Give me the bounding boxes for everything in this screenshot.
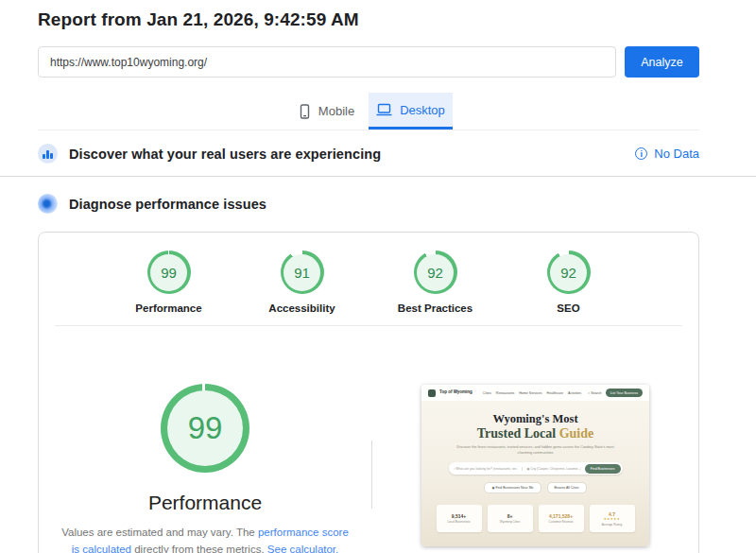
tab-desktop-label: Desktop	[400, 103, 445, 117]
score-best-practices[interactable]: 92 Best Practices	[392, 251, 479, 314]
screenshot-column: Top of Wyoming Cities Restaurants Home S…	[372, 326, 698, 553]
lab-data-section-header: Diagnose performance issues	[38, 177, 699, 219]
performance-section-title: Performance	[148, 492, 262, 514]
preview-subhead: Discover the finest restaurants, trusted…	[456, 445, 615, 456]
lab-data-gauge-icon	[38, 194, 58, 214]
preview-find-button: Find Businesses	[585, 464, 621, 474]
preview-quick-actions: ◉ Find Businesses Near Me Browse All Cit…	[421, 482, 649, 493]
preview-headline-1: Wyoming's Most	[421, 413, 649, 426]
preview-stats-row: 9,514+ Local Businesses 8+ Wyoming Citie…	[421, 505, 649, 532]
stat-stars: ★★★★★	[604, 518, 621, 521]
preview-nav-item: Home Services	[519, 391, 541, 395]
mobile-phone-icon	[299, 104, 311, 119]
tab-mobile[interactable]: Mobile	[284, 93, 369, 130]
desktop-laptop-icon	[376, 103, 392, 116]
lighthouse-report-card: 99 Performance 91 Accessibility 92 Best …	[38, 232, 699, 553]
preview-stat-card: 4.7 ★★★★★ Average Rating	[590, 505, 635, 532]
seo-score: 92	[560, 265, 576, 281]
preview-header: Top of Wyoming Cities Restaurants Home S…	[421, 385, 649, 401]
score-disclaimer: Values are estimated and may vary. The p…	[60, 525, 350, 553]
stat-value: 9,514+	[452, 513, 466, 519]
preview-nav-item: Restaurants	[496, 391, 514, 395]
score-performance[interactable]: 99 Performance	[126, 251, 213, 314]
category-scores-row: 99 Performance 91 Accessibility 92 Best …	[39, 233, 698, 325]
best-practices-score: 92	[427, 265, 443, 281]
url-input[interactable]	[38, 46, 616, 78]
preview-headline-2b: Guide	[559, 426, 594, 441]
preview-nav: Cities Restaurants Home Services Healthc…	[483, 391, 581, 395]
accessibility-score: 91	[294, 265, 310, 281]
lab-data-title: Diagnose performance issues	[69, 197, 266, 212]
stat-label: Local Businesses	[447, 520, 470, 524]
performance-gauge: 99	[147, 251, 191, 294]
tab-desktop[interactable]: Desktop	[369, 93, 453, 130]
preview-stat-card: 8+ Wyoming Cities	[488, 505, 533, 532]
preview-searchbar: ⌕ What are you looking for? (restaurants…	[449, 462, 623, 475]
seo-label: SEO	[557, 302, 579, 314]
performance-summary-column: 99 Performance Values are estimated and …	[39, 326, 371, 553]
performance-big-gauge: 99	[161, 384, 249, 473]
preview-logo	[428, 389, 436, 397]
stat-label: Average Rating	[602, 523, 622, 527]
performance-detail-section: 99 Performance Values are estimated and …	[39, 326, 698, 553]
preview-stat-card: 9,514+ Local Businesses	[437, 505, 482, 532]
field-data-chart-icon	[38, 144, 58, 164]
preview-near-me-button: ◉ Find Businesses Near Me	[484, 482, 541, 493]
disclaimer-text-1: Values are estimated and may vary. The	[61, 527, 258, 538]
no-data-badge[interactable]: i No Data	[635, 147, 699, 161]
stat-label: Wyoming Cities	[500, 520, 520, 524]
stat-value: 4.7	[609, 511, 615, 517]
preview-hero: Wyoming's Most Trusted Local Guide Disco…	[421, 413, 649, 456]
stat-label: Customer Reviews	[549, 520, 574, 524]
tab-mobile-label: Mobile	[318, 104, 354, 118]
url-bar: Analyze	[38, 46, 699, 78]
seo-gauge: 92	[547, 251, 591, 294]
stat-value: 4,171,528+	[549, 513, 573, 519]
device-tabs: Mobile Desktop	[38, 93, 699, 130]
preview-search-input-2: ◉ City (Casper, Cheyenne, Laramie...)	[522, 467, 580, 471]
preview-search: ⌕ Search	[588, 391, 601, 395]
page-title: Report from Jan 21, 2026, 9:42:59 AM	[38, 0, 699, 30]
preview-nav-item: Activities	[568, 391, 581, 395]
preview-headline-2a: Trusted Local	[477, 426, 559, 441]
analyze-button[interactable]: Analyze	[625, 46, 699, 78]
preview-browse-cities-button: Browse All Cities	[547, 482, 587, 493]
see-calculator-link[interactable]: See calculator.	[267, 544, 338, 553]
stat-value: 8+	[507, 513, 513, 519]
field-data-title: Discover what your real users are experi…	[69, 147, 381, 162]
preview-stat-card: 4,171,528+ Customer Reviews	[539, 505, 584, 532]
best-practices-gauge: 92	[414, 251, 457, 294]
preview-search-input-1: ⌕ What are you looking for? (restaurants…	[454, 467, 519, 471]
info-icon: i	[635, 147, 647, 160]
score-accessibility[interactable]: 91 Accessibility	[259, 251, 346, 314]
performance-score: 99	[161, 265, 177, 281]
field-data-section-header: Discover what your real users are experi…	[38, 130, 699, 176]
preview-headline-2: Trusted Local Guide	[421, 426, 649, 441]
performance-big-score: 99	[188, 410, 223, 446]
site-screenshot-thumbnail[interactable]: Top of Wyoming Cities Restaurants Home S…	[421, 385, 649, 546]
preview-nav-item: Healthcare	[547, 391, 563, 395]
accessibility-label: Accessibility	[268, 302, 335, 314]
best-practices-label: Best Practices	[398, 302, 472, 314]
preview-cta-button: List Your Business	[606, 389, 643, 397]
no-data-label: No Data	[654, 147, 699, 161]
accessibility-gauge: 91	[281, 251, 324, 294]
preview-brand: Top of Wyoming	[439, 390, 472, 395]
preview-nav-item: Cities	[483, 391, 491, 395]
score-seo[interactable]: 92 SEO	[525, 251, 612, 314]
disclaimer-text-2: directly from these metrics.	[131, 544, 267, 553]
performance-label: Performance	[135, 302, 201, 314]
